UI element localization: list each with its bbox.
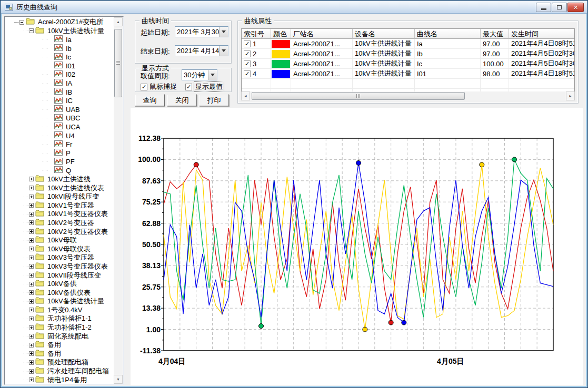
tree-item[interactable]: 馈电1P4备用 — [5, 375, 114, 384]
tree-item[interactable]: 10kV主供进线 — [5, 175, 114, 184]
tree-item[interactable]: 无功补偿柜1-1 — [5, 314, 114, 323]
chevron-down-icon[interactable] — [219, 27, 228, 37]
column-header[interactable]: 索引号 — [242, 29, 271, 39]
start-date-combo[interactable]: 2021年 3月30 — [175, 26, 228, 37]
tree-item[interactable]: UCA — [5, 122, 114, 131]
column-header[interactable]: 最大值 — [481, 29, 509, 39]
expand-icon[interactable] — [29, 229, 34, 234]
print-button[interactable]: 打印 — [199, 94, 229, 106]
expand-icon[interactable] — [29, 220, 34, 225]
tree-item[interactable]: 10kV3号变压器 — [5, 253, 114, 262]
expand-icon[interactable] — [29, 256, 34, 260]
expand-icon[interactable] — [29, 177, 34, 181]
close-button[interactable]: ✕ — [567, 3, 584, 12]
tree-item[interactable]: Fr — [5, 140, 114, 149]
tree-item[interactable]: U4 — [5, 131, 114, 140]
expand-icon[interactable] — [29, 377, 34, 382]
query-button[interactable]: 查询 — [135, 94, 165, 106]
scroll-up-icon[interactable]: ▲ — [114, 17, 123, 26]
row-checkbox[interactable]: ✓ — [244, 50, 251, 57]
show-extremes-checkbox[interactable]: ✓ 显示最值 — [185, 82, 224, 91]
expand-icon[interactable] — [29, 308, 34, 312]
tree-item[interactable]: IA — [5, 79, 114, 88]
scroll-down-icon[interactable]: ▼ — [114, 375, 123, 384]
expand-icon[interactable] — [29, 325, 34, 330]
tree-item[interactable]: 10kVII段母线压变 — [5, 271, 114, 280]
tree-item[interactable]: 10kV1号变压器 — [5, 201, 114, 210]
tree-item[interactable]: I01 — [5, 62, 114, 70]
tree-item[interactable]: PF — [5, 158, 114, 167]
tree-item[interactable]: 备用 — [5, 341, 114, 350]
expand-icon[interactable] — [29, 195, 34, 199]
tree-item[interactable]: 10kV2号变压器仪表 — [5, 227, 114, 236]
tree-item[interactable]: 10kV3号变压器仪表 — [5, 262, 114, 271]
tree-item[interactable]: Acrel-2000Z1#变电所 — [5, 18, 114, 27]
scroll-right-icon[interactable]: ► — [566, 91, 575, 100]
column-header[interactable]: 设备名 — [353, 29, 415, 39]
tree-item[interactable]: Ia — [5, 35, 114, 44]
checkbox-icon[interactable]: ✓ — [185, 84, 192, 90]
mouse-capture-checkbox[interactable]: ✓ 鼠标捕捉 — [141, 82, 177, 91]
expand-icon[interactable] — [29, 369, 34, 374]
period-combo[interactable]: 30分钟 — [182, 69, 217, 80]
row-checkbox[interactable]: ✓ — [244, 40, 251, 47]
column-header[interactable]: 曲线名 — [415, 29, 481, 39]
scroll-left-icon[interactable]: ◄ — [241, 91, 250, 100]
end-date-combo[interactable]: 2021年 4月14 — [175, 45, 228, 56]
expand-icon[interactable] — [29, 299, 34, 304]
expand-icon[interactable] — [29, 212, 34, 217]
chevron-down-icon[interactable] — [208, 70, 217, 80]
tree-item[interactable]: 无功补偿柜1-2 — [5, 323, 114, 332]
maximize-button[interactable] — [552, 3, 567, 12]
column-header[interactable]: 颜色 — [271, 29, 291, 39]
expand-icon[interactable] — [29, 360, 34, 365]
tree-item[interactable]: 10kV主供进线仪表 — [5, 183, 114, 192]
tree-item[interactable]: 10kV备供仪表 — [5, 288, 114, 297]
tree-scrollbar-thumb[interactable] — [114, 29, 122, 97]
collapse-icon[interactable] — [29, 28, 34, 33]
expand-icon[interactable] — [29, 186, 34, 190]
expand-icon[interactable] — [29, 351, 34, 356]
column-header[interactable]: 发生时间 — [509, 29, 575, 39]
tree-item[interactable]: 10kV母联仪表 — [5, 244, 114, 253]
tree-item[interactable]: 10kV母联 — [5, 236, 114, 245]
chevron-down-icon[interactable] — [219, 46, 228, 56]
trend-chart[interactable]: 112.38100.0087.6375.2562.8850.5038.1325.… — [131, 108, 583, 385]
expand-icon[interactable] — [29, 290, 34, 295]
tree-item[interactable]: IC — [5, 96, 114, 105]
checkbox-icon[interactable]: ✓ — [141, 84, 147, 90]
close-dialog-button[interactable]: 关闭 — [167, 94, 197, 106]
tree-item[interactable]: 1号变0.4kV — [5, 306, 114, 315]
expand-icon[interactable] — [29, 238, 34, 243]
expand-icon[interactable] — [29, 203, 34, 208]
table-hscrollbar-thumb[interactable] — [252, 92, 465, 100]
expand-icon[interactable] — [29, 264, 34, 269]
tree-item[interactable]: 10kVI段母线压变 — [5, 192, 114, 201]
tree-item[interactable]: Q — [5, 166, 114, 175]
tree-item[interactable]: 预处理配电箱 — [5, 358, 114, 367]
table-row[interactable]: ✓4Acrel-2000Z1...10kV主供进线计量I0198.002021年… — [242, 69, 574, 79]
tree-item[interactable]: 10kV备供 — [5, 280, 114, 289]
table-row[interactable]: ✓2Acrel-2000Z1...10kV主供进线计量Ib97.002021年4… — [242, 49, 574, 59]
tree-item[interactable]: Ib — [5, 44, 114, 53]
expand-icon[interactable] — [29, 316, 34, 321]
tree-scrollbar[interactable]: ▲ ▼ — [114, 17, 123, 384]
tree-item[interactable]: 备用 — [5, 350, 114, 359]
expand-icon[interactable] — [29, 334, 34, 339]
expand-icon[interactable] — [29, 273, 34, 278]
minimize-button[interactable] — [536, 3, 551, 12]
tree-item[interactable]: IB — [5, 88, 114, 97]
column-header[interactable]: 厂站名 — [291, 29, 353, 39]
tree-item[interactable]: P — [5, 149, 114, 158]
table-row[interactable]: ✓1Acrel-2000Z1...10kV主供进线计量Ia97.002021年4… — [242, 39, 574, 49]
tree-item[interactable]: Ic — [5, 53, 114, 62]
table-hscrollbar[interactable]: ◄ ► — [241, 91, 575, 100]
expand-icon[interactable] — [29, 343, 34, 348]
tree-item[interactable]: UBC — [5, 114, 114, 123]
expand-icon[interactable] — [29, 247, 34, 251]
collapse-icon[interactable] — [19, 20, 24, 25]
tree-item[interactable]: 固化系统配电 — [5, 332, 114, 341]
tree-item[interactable]: UAB — [5, 105, 114, 114]
table-row[interactable]: ✓3Acrel-2000Z1...10kV主供进线计量Ic100.002021年… — [242, 59, 574, 69]
tree-item[interactable]: 10kV2号变压器 — [5, 219, 114, 228]
